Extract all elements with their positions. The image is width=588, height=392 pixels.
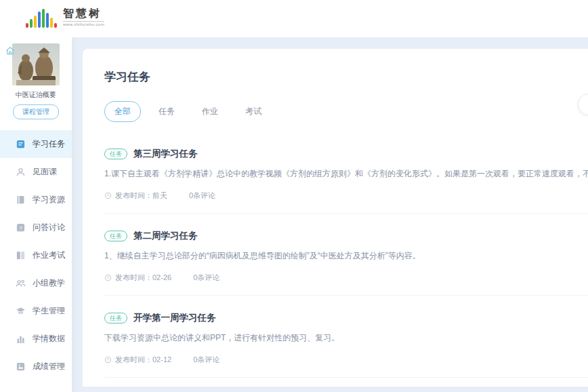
task-comments-count[interactable]: 0条评论 xyxy=(193,355,219,365)
task-description: 1、继续自主学习总论部分的“病因病机及思维导图的绘制”及“中医处方及其分析”等内… xyxy=(104,250,588,262)
clock-icon xyxy=(104,356,112,364)
task-item[interactable]: 任务 开学第一周学习任务 下载学习资源中总论的讲义和PPT，进行有针对性的预习、… xyxy=(104,296,588,378)
course-cover-image[interactable] xyxy=(12,43,60,85)
task-comments-count[interactable]: 0条评论 xyxy=(189,191,215,201)
svg-text:?: ? xyxy=(19,225,22,231)
graduation-cap-icon xyxy=(16,306,26,316)
page-title: 学习任务 xyxy=(104,69,588,85)
task-comments-count[interactable]: 0条评论 xyxy=(193,273,219,283)
sidebar-item-label: 学生管理 xyxy=(33,305,65,317)
sidebar-item-label: 学习任务 xyxy=(33,138,65,150)
task-item[interactable]: 任务 第三周学习任务 1.课下自主观看《方剂学精讲》总论中的教学视频《方剂的组方… xyxy=(104,132,588,214)
sidebar-item-homework-exams[interactable]: 作业考试 xyxy=(0,241,72,269)
brand-url: www.zhihuishu.com xyxy=(63,21,104,26)
group-icon xyxy=(16,278,26,288)
bar-chart-icon xyxy=(16,334,26,344)
tab-task[interactable]: 任务 xyxy=(159,102,175,121)
sidebar-item-group-teaching[interactable]: 小组教学 xyxy=(0,269,72,297)
sidebar-item-student-management[interactable]: 学生管理 xyxy=(0,297,72,325)
top-header: 智慧树 www.zhihuishu.com xyxy=(0,0,588,37)
task-title[interactable]: 开学第一周学习任务 xyxy=(133,312,216,324)
home-icon[interactable] xyxy=(5,46,15,58)
course-name: 中医证治概要 xyxy=(0,90,72,100)
sidebar-item-learning-resources[interactable]: 学习资源 xyxy=(0,186,72,214)
task-item[interactable]: 任务 第二周学习任务 1、继续自主学习总论部分的“病因病机及思维导图的绘制”及“… xyxy=(104,214,588,296)
task-description: 1.课下自主观看《方剂学精讲》总论中的教学视频《方剂的组方原则》和《方剂的变化形… xyxy=(104,168,588,180)
logo-equalizer-icon xyxy=(26,7,57,28)
question-icon: ? xyxy=(16,222,26,233)
task-published-time: 发布时间：前天 xyxy=(115,191,167,201)
task-title[interactable]: 第二周学习任务 xyxy=(133,230,198,242)
task-badge: 任务 xyxy=(104,149,127,160)
sidebar-item-label: 见面课 xyxy=(33,166,57,178)
sidebar-item-label: 问答讨论 xyxy=(33,222,65,233)
grade-image-icon xyxy=(16,361,26,372)
zhihuishu-logo[interactable]: 智慧树 www.zhihuishu.com xyxy=(26,7,104,28)
task-list: 任务 第三周学习任务 1.课下自主观看《方剂学精讲》总论中的教学视频《方剂的组方… xyxy=(104,132,588,378)
brand-name: 智慧树 xyxy=(63,8,104,19)
tab-exam[interactable]: 考试 xyxy=(245,102,261,121)
sidebar-menu: 学习任务 见面课 学习资源 ? 问答讨论 作业考试 xyxy=(0,130,72,380)
task-list-icon xyxy=(16,139,26,149)
sidebar-item-meeting-class[interactable]: 见面课 xyxy=(0,158,72,186)
task-published-time: 发布时间：02-12 xyxy=(115,355,171,365)
filter-tabs: 全部 任务 作业 考试 xyxy=(104,101,588,122)
task-description: 下载学习资源中总论的讲义和PPT，进行有针对性的预习、复习。 xyxy=(104,332,588,344)
main-panel: 学习任务 全部 任务 作业 考试 任务 第三周学习任务 1.课下自主观看《方剂学… xyxy=(83,49,588,387)
task-title[interactable]: 第三周学习任务 xyxy=(133,148,198,160)
book-icon xyxy=(16,195,26,205)
task-badge: 任务 xyxy=(104,231,127,242)
sidebar-item-learning-data[interactable]: 学情数据 xyxy=(0,325,72,353)
sidebar-item-label: 成绩管理 xyxy=(33,361,65,372)
tab-homework[interactable]: 作业 xyxy=(202,102,218,121)
sidebar-item-grade-management[interactable]: 成绩管理 xyxy=(0,353,72,380)
exam-paper-icon xyxy=(16,250,26,260)
sidebar: 中医证治概要 课程管理 学习任务 见面课 学习资源 ? 问答讨论 xyxy=(0,37,72,392)
sidebar-item-label: 学习资源 xyxy=(33,194,65,205)
task-published-time: 发布时间：02-26 xyxy=(115,273,171,283)
tab-all[interactable]: 全部 xyxy=(104,101,141,122)
sidebar-item-qa-discussion[interactable]: ? 问答讨论 xyxy=(0,214,72,241)
clock-icon xyxy=(104,274,112,281)
sidebar-item-label: 小组教学 xyxy=(33,277,65,289)
sidebar-item-label: 作业考试 xyxy=(33,250,65,261)
clock-icon xyxy=(104,192,112,199)
person-icon xyxy=(16,167,26,177)
sidebar-item-label: 学情数据 xyxy=(33,333,65,345)
task-badge: 任务 xyxy=(104,313,127,324)
course-manage-button[interactable]: 课程管理 xyxy=(13,104,59,119)
sidebar-item-learning-tasks[interactable]: 学习任务 xyxy=(0,130,72,158)
